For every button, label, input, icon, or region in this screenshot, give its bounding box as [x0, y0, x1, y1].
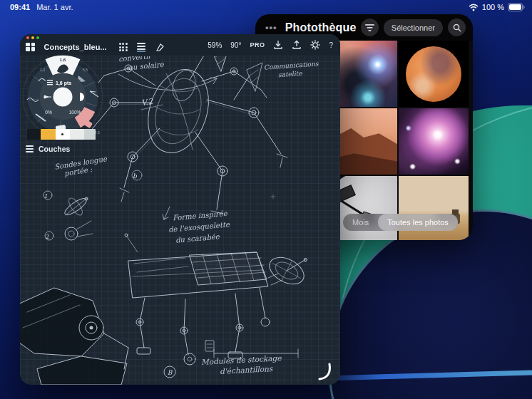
color-preview-circle[interactable]: [53, 88, 73, 107]
segment-all-photos[interactable]: Toutes les photos: [378, 214, 458, 231]
search-button[interactable]: [448, 19, 466, 36]
import-icon[interactable]: [273, 40, 283, 50]
battery-icon: [508, 3, 525, 11]
tool-wheel[interactable]: 1,6 1,3 5,5 14,5 6,8 1,6 pts: [20, 54, 106, 140]
export-icon[interactable]: [292, 40, 302, 50]
mars-disk: [406, 46, 461, 102]
size-label-2: 5,5: [83, 68, 88, 72]
mars-planet-photo[interactable]: [399, 41, 469, 107]
size-label-1: 1,3: [40, 68, 45, 72]
sketch-letter-b: b: [133, 172, 138, 180]
opacity-min-label: 0%: [45, 110, 52, 115]
more-menu-button[interactable]: •••: [265, 22, 277, 33]
date: Mar. 1 avr.: [36, 3, 73, 11]
segment-month[interactable]: Mois: [343, 214, 378, 231]
layers-button[interactable]: Couches: [26, 145, 70, 153]
concepts-titlebar[interactable]: Concepts_bleu... 59% 90° PRO: [20, 34, 340, 56]
wifi-icon: [469, 4, 479, 11]
opacity-max-label: 100%: [69, 110, 81, 115]
filter-button[interactable]: [361, 19, 379, 36]
grid-settings-icon[interactable]: [119, 43, 128, 51]
swatch-gray[interactable]: [84, 129, 96, 140]
probe-number-2: 2: [45, 234, 49, 240]
document-title[interactable]: Concepts_bleu...: [44, 43, 107, 51]
layers-icon: [26, 145, 34, 152]
filter-lines-icon: [365, 24, 374, 31]
help-button[interactable]: ?: [329, 41, 333, 49]
rotation-value[interactable]: 90°: [230, 41, 241, 49]
settings-gear-icon[interactable]: [310, 40, 320, 50]
swatch-light-gray[interactable]: [70, 129, 84, 140]
swatch-amber[interactable]: [41, 129, 56, 140]
selected-swatch-dot: [61, 133, 63, 135]
photos-view-segmented-control: Mois Toutes les photos: [343, 214, 458, 231]
photos-title: Photothèque: [285, 21, 357, 34]
sketch-letter-B: B: [168, 369, 173, 376]
pro-badge[interactable]: PRO: [250, 41, 265, 48]
status-bar: 09:41 Mar. 1 avr. 100 %: [0, 0, 532, 14]
layers-label: Couches: [39, 145, 70, 153]
select-button[interactable]: Sélectionner: [384, 19, 443, 36]
concepts-app-window[interactable]: b 1 2 B convertir au solaire Communicati…: [20, 34, 340, 385]
page-curl-indicator[interactable]: [319, 364, 329, 379]
clock: 09:41: [10, 3, 30, 11]
color-swatch-bar: [27, 129, 96, 140]
swatch-white-selected[interactable]: [56, 129, 70, 140]
swatch-black[interactable]: [27, 129, 41, 140]
annotation-version: V.2: [140, 98, 153, 107]
stroke-width-label: 1,6 pts: [56, 81, 71, 86]
tools-menu-icon[interactable]: [137, 43, 145, 52]
zoom-level[interactable]: 59%: [208, 41, 222, 49]
gallery-icon[interactable]: [26, 43, 35, 52]
ipad-screen: 09:41 Mar. 1 avr. 100 %: [0, 0, 532, 399]
search-icon: [453, 24, 461, 32]
probe-number-1: 1: [44, 193, 47, 200]
selected-size-label: 1,6: [60, 58, 66, 62]
vector-nib-icon[interactable]: [155, 42, 165, 53]
battery-percent: 100 %: [482, 3, 504, 11]
orion-nebula-photo[interactable]: [399, 108, 469, 175]
